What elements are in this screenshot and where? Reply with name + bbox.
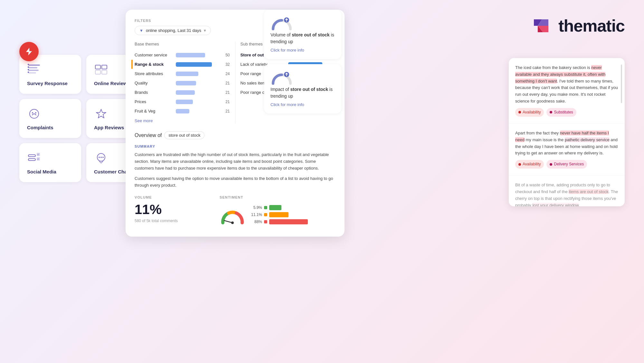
themes-divider: [235, 42, 235, 123]
summary-label: SUMMARY: [135, 144, 336, 148]
review-item-2: Apart from the fact they never have half…: [509, 123, 625, 175]
dropdown-icon: ▾: [204, 28, 206, 33]
theme-count: 32: [223, 62, 230, 67]
trending-impact-link[interactable]: Click for more info: [270, 102, 335, 107]
theme-bar: [176, 90, 195, 95]
social-media-label: Social Media: [27, 169, 56, 174]
svg-rect-3: [28, 72, 36, 74]
theme-bar-container: [176, 72, 221, 76]
availability-dot-1: [518, 111, 521, 113]
sentiment-label: SENTIMENT: [220, 195, 336, 199]
base-theme-row[interactable]: Customer service 50: [135, 50, 230, 60]
theme-bar-container: [176, 81, 221, 85]
filter-pill[interactable]: ▼ online shopping, Last 31 days ▾: [135, 26, 211, 35]
negative-pct: 88%: [251, 220, 262, 224]
neutral-pct: 11.1%: [251, 212, 262, 217]
sidebar-item-complaints[interactable]: Complaints: [19, 99, 81, 138]
volume-trend-gauge: [270, 16, 293, 30]
summary-text-1: Customers are frustrated with the high n…: [135, 152, 336, 172]
svg-marker-15: [96, 109, 106, 118]
impact-trend-gauge: [270, 71, 293, 85]
scroll-indicator: [621, 64, 622, 103]
base-themes-title: Base themes: [135, 42, 230, 46]
theme-name: Store attributes: [135, 71, 173, 76]
volume-percent: 11%: [135, 202, 212, 217]
svg-rect-5: [28, 66, 29, 68]
theme-bar-container: [176, 100, 221, 104]
svg-point-24: [100, 157, 102, 158]
sentiment-negative-row: 88%: [251, 219, 336, 224]
svg-point-27: [231, 221, 234, 224]
svg-rect-10: [102, 70, 107, 74]
svg-rect-6: [28, 69, 29, 70]
base-theme-row[interactable]: Prices 21: [135, 97, 230, 106]
sentiment-neutral-row: 11.1%: [251, 212, 336, 217]
social-media-icon: # #: [27, 151, 41, 165]
sentiment-box: SENTIMENT 5.9%: [220, 195, 336, 228]
survey-response-label: Survey Response: [27, 81, 68, 86]
tag-availability-2[interactable]: Availability: [515, 160, 544, 169]
svg-point-23: [99, 157, 100, 158]
theme-count: 24: [223, 72, 230, 76]
theme-bar: [176, 81, 196, 85]
base-theme-row[interactable]: Brands 21: [135, 88, 230, 97]
theme-name: Brands: [135, 90, 173, 95]
review-item-1: The iced cake from the bakery section is…: [509, 58, 625, 123]
volume-label: VOLUME: [135, 195, 212, 199]
survey-icon: [27, 63, 41, 77]
theme-bar-container: [176, 53, 221, 57]
theme-bar: [176, 53, 205, 57]
base-theme-row[interactable]: Range & stock 32: [135, 60, 230, 69]
theme-name: Quality: [135, 81, 173, 85]
negative-bar: [269, 219, 308, 224]
positive-dot: [264, 206, 267, 209]
highlight-3-1: items are out of stock: [569, 189, 609, 194]
svg-point-14: [35, 112, 36, 113]
tag-substitutes[interactable]: Substitutes: [546, 108, 576, 117]
reviews-panel: The iced cake from the bakery section is…: [509, 58, 625, 206]
online-reviews-icon: [94, 63, 108, 77]
highlight-3-2: lost your delivery window: [532, 203, 579, 206]
svg-point-13: [32, 112, 33, 113]
theme-bar-container: [176, 109, 221, 113]
sidebar-item-social-media[interactable]: # # Social Media: [19, 143, 81, 182]
negative-dot: [264, 220, 267, 223]
trending-volume-link[interactable]: Click for more info: [270, 48, 335, 53]
svg-rect-11: [95, 70, 100, 74]
overview-pill[interactable]: store out of stock: [164, 131, 204, 139]
base-theme-row[interactable]: Quality 21: [135, 78, 230, 88]
flash-icon: [19, 42, 39, 61]
svg-rect-17: [28, 159, 35, 161]
base-theme-row[interactable]: Fruit & Veg 21: [135, 106, 230, 116]
base-theme-row[interactable]: Store attributes 24: [135, 69, 230, 78]
funnel-icon: ▼: [139, 28, 143, 33]
tag-delivery-services[interactable]: Delivery Services: [546, 160, 587, 169]
theme-count: 21: [223, 109, 230, 113]
theme-count: 21: [223, 100, 230, 104]
svg-line-26: [224, 221, 232, 223]
neutral-bar: [269, 212, 289, 217]
trending-volume-text: Volume of store out of stock is trending…: [270, 32, 335, 45]
trending-card-volume: Volume of store out of stock is trending…: [264, 10, 341, 59]
tag-availability-1[interactable]: Availability: [515, 108, 544, 117]
thematic-logo-text: thematic: [558, 16, 625, 35]
theme-count: 21: [223, 81, 230, 85]
summary-text-2: Customers suggest having the option to m…: [135, 175, 336, 189]
theme-bar-container: [176, 62, 221, 67]
svg-rect-4: [28, 64, 29, 65]
overview-title: Overview of store out of stock: [135, 131, 336, 139]
svg-rect-16: [28, 155, 35, 157]
theme-name: Customer service: [135, 53, 173, 57]
theme-bar: [176, 100, 193, 104]
thematic-logo: thematic: [531, 16, 625, 35]
theme-count: 21: [223, 90, 230, 95]
app-reviews-icon: [94, 107, 108, 121]
availability-dot-2: [518, 163, 521, 166]
theme-name: Range & stock: [135, 62, 173, 67]
svg-rect-0: [28, 64, 40, 66]
svg-rect-1: [28, 67, 37, 68]
svg-point-25: [102, 157, 104, 158]
app-reviews-label: App Reviews: [94, 125, 124, 130]
see-more-link[interactable]: See more: [135, 118, 153, 123]
review-text-3: Bit of a waste of time, adding products …: [515, 182, 618, 206]
